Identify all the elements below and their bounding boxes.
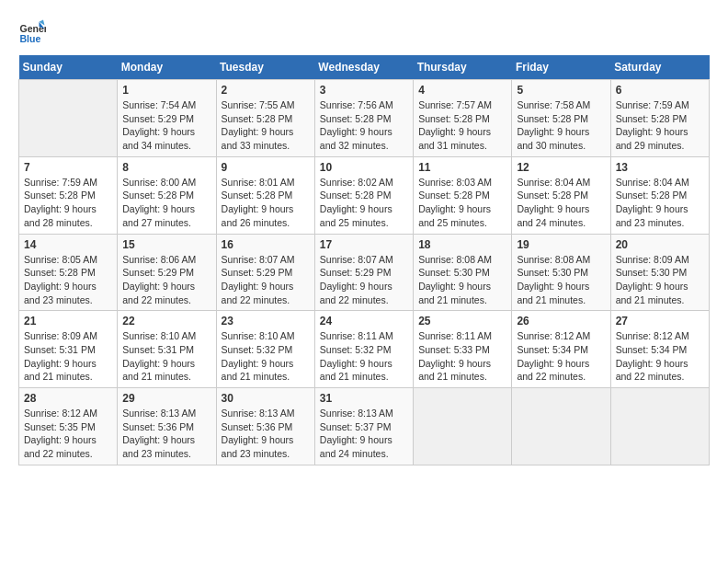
day-number: 7 xyxy=(24,161,112,174)
day-info: Sunrise: 8:13 AM Sunset: 5:36 PM Dayligh… xyxy=(222,407,310,461)
calendar-cell: 19Sunrise: 8:08 AM Sunset: 5:30 PM Dayli… xyxy=(512,234,610,311)
day-number: 31 xyxy=(320,392,408,405)
calendar-cell: 9Sunrise: 8:01 AM Sunset: 5:28 PM Daylig… xyxy=(216,156,314,234)
calendar-cell: 4Sunrise: 7:57 AM Sunset: 5:28 PM Daylig… xyxy=(414,80,512,157)
calendar-cell xyxy=(610,388,709,465)
calendar-cell: 15Sunrise: 8:06 AM Sunset: 5:29 PM Dayli… xyxy=(118,234,216,311)
day-info: Sunrise: 8:11 AM Sunset: 5:32 PM Dayligh… xyxy=(320,329,408,384)
day-info: Sunrise: 8:07 AM Sunset: 5:29 PM Dayligh… xyxy=(320,253,408,307)
day-info: Sunrise: 8:12 AM Sunset: 5:35 PM Dayligh… xyxy=(24,407,112,461)
day-number: 4 xyxy=(418,84,506,97)
day-info: Sunrise: 8:02 AM Sunset: 5:28 PM Dayligh… xyxy=(320,176,408,230)
day-info: Sunrise: 8:00 AM Sunset: 5:28 PM Dayligh… xyxy=(122,176,210,230)
day-info: Sunrise: 8:08 AM Sunset: 5:30 PM Dayligh… xyxy=(517,253,605,307)
day-number: 5 xyxy=(517,84,605,97)
day-number: 24 xyxy=(320,315,408,327)
day-number: 6 xyxy=(616,84,704,97)
calendar-week-row: 28Sunrise: 8:12 AM Sunset: 5:35 PM Dayli… xyxy=(19,388,710,465)
day-info: Sunrise: 7:58 AM Sunset: 5:28 PM Dayligh… xyxy=(517,98,605,153)
calendar-table: SundayMondayTuesdayWednesdayThursdayFrid… xyxy=(18,55,710,465)
calendar-cell: 29Sunrise: 8:13 AM Sunset: 5:36 PM Dayli… xyxy=(118,388,216,465)
calendar-cell: 2Sunrise: 7:55 AM Sunset: 5:28 PM Daylig… xyxy=(216,80,314,157)
day-info: Sunrise: 8:06 AM Sunset: 5:29 PM Dayligh… xyxy=(122,253,210,307)
weekday-header-wednesday: Wednesday xyxy=(314,55,413,80)
day-info: Sunrise: 8:05 AM Sunset: 5:28 PM Dayligh… xyxy=(24,253,112,307)
day-number: 16 xyxy=(222,238,310,251)
day-number: 12 xyxy=(517,161,605,174)
day-number: 8 xyxy=(122,161,210,174)
calendar-cell: 10Sunrise: 8:02 AM Sunset: 5:28 PM Dayli… xyxy=(314,156,413,234)
weekday-header-saturday: Saturday xyxy=(610,55,709,80)
day-number: 27 xyxy=(616,315,704,327)
calendar-cell: 23Sunrise: 8:10 AM Sunset: 5:32 PM Dayli… xyxy=(216,311,314,388)
day-number: 29 xyxy=(122,392,210,405)
page-header: General Blue xyxy=(18,18,710,46)
day-info: Sunrise: 8:12 AM Sunset: 5:34 PM Dayligh… xyxy=(517,329,605,384)
day-number: 25 xyxy=(418,315,506,327)
calendar-cell: 3Sunrise: 7:56 AM Sunset: 5:28 PM Daylig… xyxy=(314,80,413,157)
calendar-cell: 17Sunrise: 8:07 AM Sunset: 5:29 PM Dayli… xyxy=(314,234,413,311)
day-info: Sunrise: 8:09 AM Sunset: 5:31 PM Dayligh… xyxy=(24,329,112,384)
calendar-cell: 31Sunrise: 8:13 AM Sunset: 5:37 PM Dayli… xyxy=(314,388,413,465)
day-number: 30 xyxy=(222,392,310,405)
calendar-cell: 13Sunrise: 8:04 AM Sunset: 5:28 PM Dayli… xyxy=(610,156,709,234)
day-number: 1 xyxy=(122,84,210,97)
day-info: Sunrise: 8:09 AM Sunset: 5:30 PM Dayligh… xyxy=(616,253,704,307)
calendar-cell: 12Sunrise: 8:04 AM Sunset: 5:28 PM Dayli… xyxy=(512,156,610,234)
calendar-cell: 26Sunrise: 8:12 AM Sunset: 5:34 PM Dayli… xyxy=(512,311,610,388)
day-number: 10 xyxy=(320,161,408,174)
calendar-week-row: 14Sunrise: 8:05 AM Sunset: 5:28 PM Dayli… xyxy=(19,234,710,311)
calendar-cell: 5Sunrise: 7:58 AM Sunset: 5:28 PM Daylig… xyxy=(512,80,610,157)
weekday-header-sunday: Sunday xyxy=(19,55,118,80)
calendar-cell: 6Sunrise: 7:59 AM Sunset: 5:28 PM Daylig… xyxy=(610,80,709,157)
day-number: 26 xyxy=(517,315,605,327)
calendar-cell xyxy=(512,388,610,465)
calendar-cell xyxy=(414,388,512,465)
day-info: Sunrise: 8:07 AM Sunset: 5:29 PM Dayligh… xyxy=(222,253,310,307)
calendar-cell: 20Sunrise: 8:09 AM Sunset: 5:30 PM Dayli… xyxy=(610,234,709,311)
day-number: 15 xyxy=(122,238,210,251)
calendar-week-row: 7Sunrise: 7:59 AM Sunset: 5:28 PM Daylig… xyxy=(19,156,710,234)
day-number: 28 xyxy=(24,392,112,405)
day-number: 17 xyxy=(320,238,408,251)
day-number: 19 xyxy=(517,238,605,251)
day-info: Sunrise: 7:59 AM Sunset: 5:28 PM Dayligh… xyxy=(24,176,112,230)
day-info: Sunrise: 8:10 AM Sunset: 5:32 PM Dayligh… xyxy=(222,329,310,384)
calendar-cell: 28Sunrise: 8:12 AM Sunset: 5:35 PM Dayli… xyxy=(19,388,118,465)
day-info: Sunrise: 8:13 AM Sunset: 5:37 PM Dayligh… xyxy=(320,407,408,461)
day-info: Sunrise: 8:12 AM Sunset: 5:34 PM Dayligh… xyxy=(616,329,704,384)
day-number: 20 xyxy=(616,238,704,251)
svg-text:Blue: Blue xyxy=(20,33,41,44)
calendar-cell: 24Sunrise: 8:11 AM Sunset: 5:32 PM Dayli… xyxy=(314,311,413,388)
logo: General Blue xyxy=(18,18,50,46)
day-info: Sunrise: 8:03 AM Sunset: 5:28 PM Dayligh… xyxy=(418,176,506,230)
calendar-week-row: 21Sunrise: 8:09 AM Sunset: 5:31 PM Dayli… xyxy=(19,311,710,388)
day-number: 9 xyxy=(222,161,310,174)
day-info: Sunrise: 8:08 AM Sunset: 5:30 PM Dayligh… xyxy=(418,253,506,307)
day-number: 22 xyxy=(122,315,210,327)
calendar-cell xyxy=(19,80,118,157)
day-info: Sunrise: 7:54 AM Sunset: 5:29 PM Dayligh… xyxy=(122,98,210,153)
calendar-cell: 14Sunrise: 8:05 AM Sunset: 5:28 PM Dayli… xyxy=(19,234,118,311)
day-number: 2 xyxy=(222,84,310,97)
calendar-cell: 25Sunrise: 8:11 AM Sunset: 5:33 PM Dayli… xyxy=(414,311,512,388)
day-info: Sunrise: 7:59 AM Sunset: 5:28 PM Dayligh… xyxy=(616,98,704,153)
day-number: 13 xyxy=(616,161,704,174)
calendar-cell: 7Sunrise: 7:59 AM Sunset: 5:28 PM Daylig… xyxy=(19,156,118,234)
day-number: 14 xyxy=(24,238,112,251)
day-info: Sunrise: 8:11 AM Sunset: 5:33 PM Dayligh… xyxy=(418,329,506,384)
day-number: 23 xyxy=(222,315,310,327)
calendar-cell: 27Sunrise: 8:12 AM Sunset: 5:34 PM Dayli… xyxy=(610,311,709,388)
calendar-cell: 16Sunrise: 8:07 AM Sunset: 5:29 PM Dayli… xyxy=(216,234,314,311)
day-info: Sunrise: 8:01 AM Sunset: 5:28 PM Dayligh… xyxy=(222,176,310,230)
calendar-cell: 21Sunrise: 8:09 AM Sunset: 5:31 PM Dayli… xyxy=(19,311,118,388)
day-number: 3 xyxy=(320,84,408,97)
day-info: Sunrise: 7:57 AM Sunset: 5:28 PM Dayligh… xyxy=(418,98,506,153)
day-info: Sunrise: 7:55 AM Sunset: 5:28 PM Dayligh… xyxy=(222,98,310,153)
weekday-header-friday: Friday xyxy=(512,55,610,80)
calendar-cell: 18Sunrise: 8:08 AM Sunset: 5:30 PM Dayli… xyxy=(414,234,512,311)
day-number: 11 xyxy=(418,161,506,174)
calendar-cell: 8Sunrise: 8:00 AM Sunset: 5:28 PM Daylig… xyxy=(118,156,216,234)
calendar-cell: 11Sunrise: 8:03 AM Sunset: 5:28 PM Dayli… xyxy=(414,156,512,234)
weekday-header-thursday: Thursday xyxy=(414,55,512,80)
